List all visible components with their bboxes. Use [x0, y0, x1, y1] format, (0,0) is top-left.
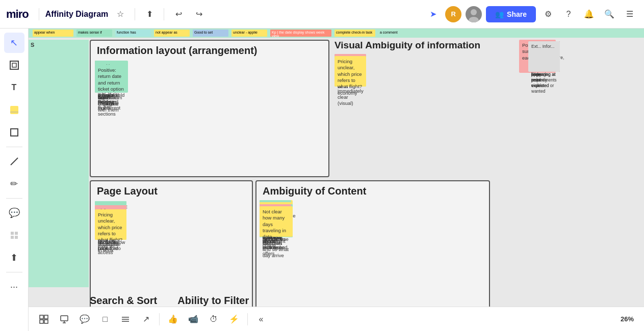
section-info-layout: Information layout (arrangement) To much…: [90, 40, 329, 177]
comment-btn[interactable]: 💬: [75, 310, 94, 328]
svg-rect-13: [44, 315, 48, 319]
sticky-bottom-btn[interactable]: □: [96, 310, 114, 328]
share-button[interactable]: 👥 Share: [486, 6, 536, 22]
video-btn[interactable]: 📹: [184, 310, 202, 328]
svg-rect-14: [40, 320, 43, 323]
share-upload-button[interactable]: ⬆: [141, 6, 158, 22]
menu-button[interactable]: ☰: [622, 6, 638, 22]
svg-rect-11: [15, 236, 18, 239]
undo-button[interactable]: ↩: [170, 6, 187, 22]
section-page-layout-title: Page Layout: [91, 181, 252, 199]
section-ambiguity-title: Ambiguity of Content: [256, 181, 489, 199]
sticky-unknown-7: Ext... Infor...: [528, 41, 560, 72]
toolbar-separator-2: [135, 8, 135, 20]
bottom-section-titles: Search & Sort Ability to Filter: [90, 287, 249, 307]
cursor-tool[interactable]: ↖: [4, 33, 24, 53]
export-btn[interactable]: ↗: [137, 310, 155, 328]
lightning-btn[interactable]: ⚡: [225, 310, 243, 328]
top-strip-note-6: unclear - applie: [231, 30, 267, 37]
section-ambiguity: Ambiguity of Content Not sure if baggage…: [255, 180, 490, 307]
top-strip-note-9: a comment: [378, 30, 404, 37]
help-button[interactable]: ?: [560, 6, 577, 22]
comment-tool[interactable]: 💬: [4, 203, 24, 223]
svg-point-0: [471, 9, 477, 15]
toolbar-separator-1: [39, 8, 39, 20]
sticky-tool[interactable]: [4, 100, 24, 120]
section-search-sort-title: Search & Sort: [90, 295, 157, 307]
tool-separator-3: [6, 272, 22, 272]
present-btn[interactable]: [55, 310, 73, 328]
left-edge-content: S: [29, 40, 89, 287]
visual-ambiguity-title: Visual Ambiguity of information: [334, 40, 513, 51]
canvas[interactable]: appear when makes sense if function has …: [29, 29, 644, 307]
tool-separator-2: [6, 198, 22, 199]
top-strip-note-4: not appear as: [154, 30, 190, 37]
svg-rect-8: [11, 232, 14, 235]
line-tool[interactable]: [4, 151, 24, 172]
left-tools: ↖ T ✏ 💬 ⬆ ···: [0, 29, 29, 331]
svg-rect-2: [10, 61, 18, 69]
search-button[interactable]: 🔍: [601, 6, 617, 22]
collapse-btn[interactable]: «: [252, 310, 270, 328]
canvas-top-strip: appear when makes sense if function has …: [29, 29, 644, 38]
redo-button[interactable]: ↪: [191, 6, 207, 22]
svg-rect-6: [11, 129, 18, 136]
star-button[interactable]: ☆: [112, 6, 128, 22]
section-ability-filter-title: Ability to Filter: [177, 295, 249, 307]
upload-tool[interactable]: ⬆: [4, 247, 24, 268]
more-tools[interactable]: ···: [4, 277, 24, 297]
sticky-pricing-unclear-2: Pricing unclear, which price refers to w…: [334, 56, 366, 87]
share-icon: 👥: [495, 10, 504, 18]
svg-rect-4: [10, 106, 18, 114]
toolbar-separator-3: [164, 8, 164, 20]
nav-right: ➤ R 👥 Share ⚙ ? 🔔 🔍 ☰: [425, 6, 638, 22]
bottom-sep-1: [159, 313, 160, 325]
top-strip-note-1: appear when: [33, 30, 73, 37]
board-title[interactable]: Affinity Diagram: [45, 10, 109, 19]
list-btn[interactable]: [116, 310, 135, 328]
notifications-button[interactable]: 🔔: [581, 6, 597, 22]
shapes-tool[interactable]: [4, 122, 24, 143]
template-tool[interactable]: [4, 225, 24, 245]
top-strip-note-5: Good to set: [193, 30, 228, 37]
tool-separator-1: [6, 147, 22, 147]
sticky-not-clear-days: Not clear how many days traveling in dat…: [260, 206, 291, 237]
svg-rect-3: [12, 63, 16, 67]
settings-button[interactable]: ⚙: [540, 6, 556, 22]
miro-logo: miro: [6, 8, 29, 21]
text-tool[interactable]: T: [4, 77, 24, 98]
avatar-photo[interactable]: [466, 6, 482, 22]
section-visual-ambiguity: Visual Ambiguity of information Good - c…: [334, 40, 513, 56]
top-toolbar: miro Affinity Diagram ☆ ⬆ ↩ ↪ ➤ R 👥 Shar…: [0, 0, 644, 29]
sticky-return-date: Positive: return date and return ticket …: [95, 65, 128, 93]
svg-line-7: [11, 158, 18, 165]
top-strip-note-3: function has: [115, 30, 151, 37]
share-label: Share: [507, 10, 527, 18]
bottom-toolbar: 💬 □ ↗ 👍 📹 ⏱ ⚡ « 26%: [29, 307, 644, 331]
svg-point-1: [469, 17, 479, 22]
bottom-sep-2: [247, 313, 248, 325]
top-strip-note-7: Kp | the date display shows week view: [270, 30, 331, 37]
left-edge-label: S: [31, 42, 87, 48]
section-right: Key flight information e.g. Times, optio…: [527, 40, 644, 296]
top-strip-note-2: makes sense if: [76, 30, 112, 37]
svg-rect-10: [11, 236, 14, 239]
svg-rect-12: [40, 315, 43, 319]
sticky-pricing-unclear-3: Pricing unclear, which price refers to w…: [95, 209, 126, 240]
frames-tool[interactable]: [4, 55, 24, 75]
grid-btn[interactable]: [35, 310, 53, 328]
svg-rect-15: [44, 320, 48, 323]
zoom-level: 26%: [616, 315, 638, 323]
svg-rect-16: [61, 316, 68, 321]
pen-tool[interactable]: ✏: [4, 174, 24, 194]
like-btn[interactable]: 👍: [164, 310, 182, 328]
avatar-r[interactable]: R: [445, 6, 461, 22]
top-strip-note-8: complete check-in task: [334, 30, 375, 37]
section-info-layout-title: Information layout (arrangement): [91, 41, 328, 59]
timer-btn[interactable]: ⏱: [204, 310, 223, 328]
svg-rect-9: [15, 232, 18, 235]
arrow-icon-button[interactable]: ➤: [425, 6, 441, 22]
